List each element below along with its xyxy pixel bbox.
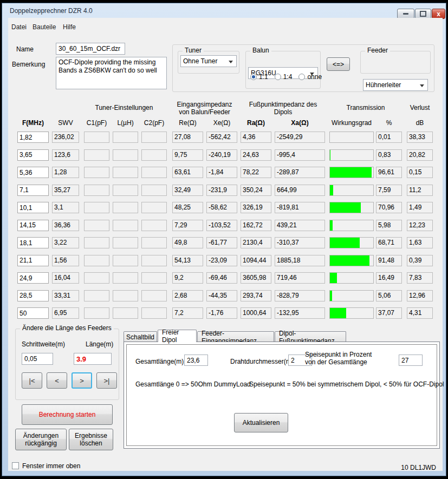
ra-value: 162,72: [241, 220, 271, 231]
frequency-input[interactable]: [17, 167, 49, 178]
xa-value: 439,21: [275, 220, 325, 231]
efficiency-bar-fill: [330, 220, 333, 231]
efficiency-bar-fill: [330, 238, 360, 248]
swv-value: 1,28: [52, 167, 79, 178]
efficiency-percent-value: 70,96: [376, 202, 402, 213]
efficiency-bar-fill: [330, 185, 333, 195]
xe-value: -231,9: [206, 185, 237, 196]
step-back-button[interactable]: <: [47, 372, 67, 389]
aenderungen-rueckgaengig-button[interactable]: Änderungen rückgängig: [15, 429, 67, 450]
c1-value: [84, 255, 109, 266]
c1-value: [84, 149, 109, 161]
efficiency-bar: [329, 149, 374, 161]
efficiency-bar: [329, 307, 374, 319]
swap-button[interactable]: <=>: [327, 57, 350, 71]
step-forward-button[interactable]: >: [72, 372, 92, 389]
efficiency-bar-fill: [330, 273, 337, 283]
aktualisieren-button[interactable]: Aktualisieren: [234, 413, 288, 432]
col-header-swv: SWV: [52, 119, 79, 128]
berechnung-starten-button[interactable]: Berechnung starten: [22, 404, 113, 425]
menu-datei[interactable]: Datei: [9, 22, 29, 34]
schrittweite-input[interactable]: [22, 353, 53, 365]
ergebnisse-loeschen-button[interactable]: Ergebnisse löschen: [69, 429, 113, 450]
group-header-fusspunktimpedanz: Fußpunktimpedanz des: [238, 101, 328, 108]
tuner-group-title: Tuner: [183, 47, 204, 54]
group-header-transmission: Transmission: [325, 104, 406, 111]
balun-radio-1:4[interactable]: 1:4: [275, 73, 293, 81]
table-row: 6,95 7,2 -1,76 1000,64 -132,95 37,07 4,3…: [17, 307, 433, 319]
table-row: 3,22 49,8 -61,77 2130,4 -310,37 68,71 1,…: [17, 237, 433, 249]
l-value: [113, 237, 138, 248]
re-value: 2,68: [172, 290, 203, 301]
window-title: Doppelzepprechner DZR 4.0: [10, 7, 93, 15]
xe-value: -61,77: [206, 237, 237, 248]
efficiency-bar-fill: [330, 291, 332, 301]
swv-value: 3,1: [52, 202, 79, 213]
table-row: 1,56 54,13 -23,09 1094,44 1885,18 91,48 …: [17, 255, 433, 267]
frequency-input[interactable]: [17, 272, 49, 284]
laenge-input[interactable]: [74, 353, 112, 365]
loss-db-value: 1,63: [407, 237, 433, 248]
menu-hilfe[interactable]: Hilfe: [61, 22, 78, 34]
re-value: 9,2: [172, 272, 203, 284]
col-header-f: F(MHz): [17, 119, 49, 128]
menu-bauteile[interactable]: Bauteile: [30, 22, 58, 34]
c2-value: [141, 202, 167, 213]
always-on-top-checkbox[interactable]: [12, 462, 19, 469]
tuner-combobox[interactable]: Ohne Tuner: [180, 55, 237, 67]
loss-db-value: 0,15: [407, 167, 433, 178]
xa-value: -819,81: [275, 202, 325, 213]
tab-feeder-eingangsimpedanz[interactable]: Feeder-Eingangsimpedanz: [197, 331, 274, 342]
xe-value: -1,84: [206, 167, 237, 178]
bemerkung-textarea[interactable]: [56, 57, 167, 89]
frequency-input[interactable]: [17, 149, 49, 161]
efficiency-bar: [329, 290, 374, 301]
tab-freier-dipol[interactable]: Freier Dipol: [158, 330, 197, 342]
feeder-combobox[interactable]: Hühnerleiter: [363, 79, 428, 91]
speisepunkt-input[interactable]: [399, 355, 423, 366]
l-value: [113, 290, 138, 301]
loss-db-value: 1,49: [407, 202, 433, 213]
swv-value: 1,56: [52, 255, 79, 266]
xe-value: -1,76: [206, 307, 237, 319]
balun-radio-1:1[interactable]: 1:1: [250, 73, 268, 81]
frequency-input[interactable]: [17, 220, 49, 231]
frequency-input[interactable]: [17, 202, 49, 213]
xe-value: -562,42: [206, 132, 237, 143]
c2-value: [141, 237, 167, 248]
schrittweite-label: Schrittweite(m): [22, 340, 65, 348]
efficiency-bar: [329, 237, 374, 248]
frequency-input[interactable]: [17, 307, 49, 319]
ra-value: 2130,4: [241, 237, 271, 248]
balun-radio-ohne[interactable]: ohne: [298, 73, 322, 81]
step-last-button[interactable]: >|: [96, 372, 117, 389]
balun-radio-group: 1:11:4ohne: [250, 73, 328, 81]
frequency-input[interactable]: [17, 132, 49, 143]
c1-value: [84, 272, 109, 284]
c1-value: [84, 167, 109, 178]
tab-dipol-fu-punktimpedanz[interactable]: Dipol-Fußpunktimpedanz: [275, 331, 346, 342]
tab-schaltbild[interactable]: Schaltbild: [124, 331, 157, 342]
c2-value: [141, 149, 167, 161]
col-header-pct: %: [376, 119, 402, 128]
efficiency-percent-value: 5,98: [376, 220, 402, 231]
gesamtlaenge-label: Gesamtlänge(m): [135, 358, 184, 365]
step-first-button[interactable]: |<: [22, 372, 42, 389]
col-header-c1: C1(pF): [84, 119, 109, 128]
loss-db-value: 38,33: [407, 132, 433, 143]
table-column-headers: F(MHz) SWV C1(pF) L(µH) C2(pF) Re(Ω) Xe(…: [17, 119, 433, 128]
loss-db-value: 12,23: [407, 220, 433, 231]
gesamtlaenge-input[interactable]: [184, 355, 208, 366]
col-header-db: dB: [407, 119, 433, 128]
frequency-input[interactable]: [17, 185, 49, 196]
speisepunkt-label: Speisepunkt in Prozent: [305, 351, 386, 358]
col-header-wirkungsgrad: Wirkungsgrad: [329, 119, 374, 128]
name-input[interactable]: [56, 43, 125, 55]
table-row: 16,04 9,2 -69,46 3605,98 719,46 16,49 7,…: [17, 272, 433, 284]
frequency-input[interactable]: [17, 255, 49, 266]
radio-icon: [275, 74, 281, 80]
efficiency-bar: [329, 185, 374, 196]
frequency-input[interactable]: [17, 290, 49, 301]
ra-value: 24,63: [241, 149, 271, 161]
frequency-input[interactable]: [17, 237, 49, 248]
